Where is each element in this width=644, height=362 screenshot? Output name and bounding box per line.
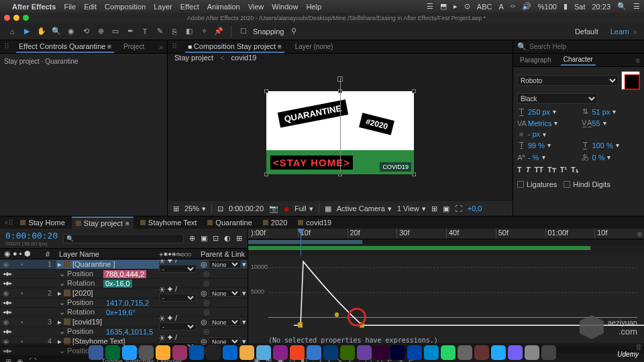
layer-row[interactable]: ◉▪ 1 ▸[Quarantine ] ⚹ ✦ / - ◎None▾ (0, 259, 248, 269)
media-bar[interactable] (248, 246, 590, 250)
shape-tool-icon[interactable]: ▭ (110, 26, 121, 37)
search-input[interactable] (529, 43, 640, 50)
dock-app[interactable] (89, 345, 103, 360)
dock-app[interactable] (139, 345, 154, 360)
dock-app[interactable] (357, 345, 372, 360)
view-icon[interactable]: ⊞ (431, 204, 437, 213)
home-icon[interactable]: ⌂ (7, 26, 17, 37)
superscript[interactable]: T¹ (560, 166, 567, 174)
clone-tool-icon[interactable]: ⎘ (169, 26, 180, 37)
clock-time[interactable]: 20:23 (592, 3, 610, 11)
tab-2020[interactable]: 2020 (259, 217, 291, 228)
vscale[interactable]: 99 % (528, 141, 545, 149)
property-row[interactable]: ◂◆▸ ⌄ Position 788,0,444,2 ◎ (0, 269, 248, 279)
menu-composition[interactable]: Composition (105, 3, 146, 11)
hindi-checkbox[interactable]: Hindi Digits (564, 180, 610, 188)
tab-layer[interactable]: Layer (none) (292, 42, 336, 52)
crumb-root[interactable]: Stay project (174, 54, 213, 64)
tl-opt-icon[interactable]: ◐ (224, 234, 231, 243)
panel-menu-icon[interactable]: ≡ (636, 56, 640, 64)
dock-app[interactable] (273, 345, 288, 360)
tab-paragraph[interactable]: Paragraph (517, 55, 554, 65)
tab-composition[interactable]: ■ Composition Stay project ≡ (185, 41, 284, 53)
layer-search[interactable] (63, 234, 184, 243)
dock-app[interactable] (390, 345, 405, 360)
font-style-select[interactable]: Black (517, 93, 598, 104)
dock-ps[interactable] (323, 345, 338, 360)
dock-app[interactable] (441, 345, 455, 360)
font-family-select[interactable]: Roboto (517, 75, 619, 86)
tl-opt-icon[interactable]: ▣ (201, 234, 207, 243)
quality-select[interactable]: Full ▾ (294, 204, 313, 213)
current-timecode[interactable]: 0:00:00:20 (5, 231, 58, 241)
tsume[interactable]: 0 % (592, 154, 605, 162)
property-row[interactable]: ◂◆▸ ⌄ Rotation 0x-16,0 ◎ (0, 279, 248, 288)
anchor-tool-icon[interactable]: ⊕ (95, 26, 106, 37)
faux-bold[interactable]: T (517, 166, 522, 174)
clock-day[interactable]: Sat (574, 3, 586, 11)
leading[interactable]: 51 px (592, 108, 610, 116)
status-lang[interactable]: ABC (477, 3, 492, 11)
snap-toggle[interactable]: ☐ (238, 26, 249, 37)
dock-app[interactable] (474, 345, 489, 360)
dock-app[interactable] (491, 345, 506, 360)
layer-row[interactable]: ◉▪ 3 ▸[covid19] ⚹ ✦ / - ◎None▾ (0, 317, 248, 327)
metrics[interactable]: Metrics (528, 119, 551, 127)
menu-effect[interactable]: Effect (180, 3, 199, 11)
exposure[interactable]: +0,0 (468, 204, 482, 213)
dock-app[interactable] (340, 345, 355, 360)
anchor-handle[interactable] (337, 76, 343, 82)
text-quarantine[interactable]: QUARANTINE (278, 99, 348, 127)
property-row[interactable]: ◂◆▸ ⌄ Rotation 0x+19,6° ◎ (0, 308, 248, 317)
dock-trash[interactable] (541, 345, 556, 360)
tracking[interactable]: 55 (592, 119, 600, 127)
panel-grip-icon[interactable]: ⠿ (172, 42, 177, 51)
graph-editor[interactable]: 10000 5000 (No selected properties have … (248, 255, 644, 347)
dock-app[interactable] (407, 345, 422, 360)
smallcaps[interactable]: Tᴛ (547, 166, 556, 174)
view-count-select[interactable]: 1 View ▾ (397, 204, 426, 213)
workspace-menu-icon[interactable]: » (633, 27, 637, 36)
dock-app[interactable] (256, 345, 271, 360)
hscale[interactable]: 100 % (592, 141, 613, 149)
dock-app[interactable] (223, 345, 237, 360)
snap-opts-icon[interactable]: ⚲ (288, 26, 299, 37)
panel-grip-icon[interactable]: ×⠿ (4, 219, 13, 227)
dock-app[interactable] (206, 345, 221, 360)
faux-italic[interactable]: T (526, 166, 531, 174)
eraser-tool-icon[interactable]: ◧ (184, 26, 195, 37)
magnify-icon[interactable]: ⊞ (173, 204, 179, 213)
close-icon[interactable] (4, 15, 10, 21)
font-size[interactable]: 250 px (528, 108, 550, 116)
menu-layer[interactable]: Layer (154, 3, 172, 11)
volume-icon[interactable]: 🔊 (522, 2, 531, 11)
baseline2[interactable]: - % (528, 154, 539, 162)
tab-stayhome[interactable]: Stay Home (16, 217, 68, 228)
text-2020[interactable]: #2020 (359, 113, 394, 135)
type-tool-icon[interactable]: T (140, 26, 150, 37)
layer-row[interactable]: ◉▪ 2 ▸[2020] ⚹ ✦ / - ◎None▾ (0, 288, 248, 298)
property-row[interactable]: ◂◆▸ ⌄ Position 1635,4,1011,5 ◎ (0, 327, 248, 337)
property-row[interactable]: ◂◆▸ ⌄ Position 1417,0,715,2 ◎ (0, 298, 248, 308)
timeline-right[interactable]: ):00f10f20f30f40f50f01:00f10f 10000 5000 (248, 229, 644, 362)
dock-app[interactable] (508, 345, 523, 360)
dock-app[interactable] (525, 345, 539, 360)
text-covid[interactable]: COVID19 (380, 162, 411, 172)
roto-tool-icon[interactable]: ✧ (199, 26, 209, 37)
panel-menu-icon[interactable]: » (159, 43, 163, 51)
tl-opt-icon[interactable]: ⊡ (213, 234, 219, 243)
allcaps[interactable]: TT (534, 166, 543, 174)
timecode[interactable]: 0:00:00:20 (229, 204, 264, 213)
panel-grip-icon[interactable]: ⠿ (4, 42, 9, 51)
menu-view[interactable]: View (248, 3, 264, 11)
marker-bin-icon[interactable]: ⊕ (637, 230, 643, 239)
dock-app[interactable] (424, 345, 439, 360)
minimize-icon[interactable] (13, 15, 19, 21)
dock-app[interactable] (189, 345, 204, 360)
ligatures-checkbox[interactable]: Ligatures (517, 180, 557, 188)
view-icon[interactable]: ⛶ (455, 204, 462, 213)
dock-app[interactable] (290, 345, 305, 360)
menu-help[interactable]: Help (306, 3, 321, 11)
brush-tool-icon[interactable]: ✎ (154, 26, 165, 37)
notif-icon[interactable]: ☰ (633, 2, 640, 11)
